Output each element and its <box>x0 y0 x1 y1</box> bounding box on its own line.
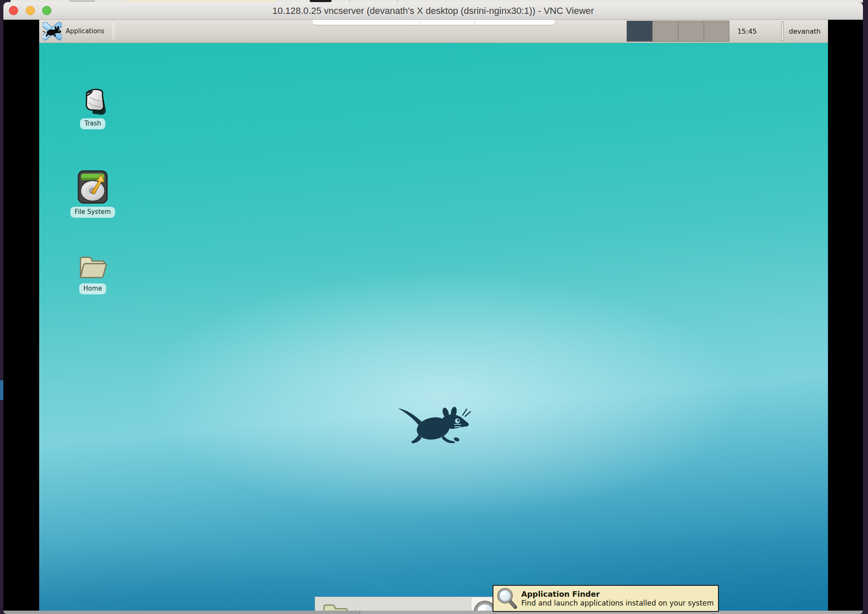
desktop-icon-home[interactable]: Home <box>59 254 126 294</box>
background-fragment <box>70 0 95 2</box>
tooltip-title: Application Finder <box>521 590 714 599</box>
background-window-edge <box>0 380 3 400</box>
desktop-icon-trash[interactable]: Trash <box>59 87 126 129</box>
xfce-mouse-logo <box>396 403 473 444</box>
panel-separator-dots <box>112 23 115 40</box>
desktop-icon-label: Trash <box>80 118 105 129</box>
tooltip-magnifier-icon <box>493 587 521 610</box>
application-finder-tooltip: Application Finder Find and launch appli… <box>493 585 719 612</box>
trash-icon <box>79 87 107 116</box>
window-titlebar[interactable]: 10.128.0.25 vncserver (devanath's X desk… <box>3 2 863 20</box>
toolbar-divider <box>474 20 475 24</box>
desktop-icon-label: File System <box>70 207 115 218</box>
tooltip-description: Find and launch applications installed o… <box>521 599 714 607</box>
remote-desktop: Trash <box>39 20 828 611</box>
window-title: 10.128.0.25 vncserver (devanath's X desk… <box>3 2 863 20</box>
workspace-4[interactable] <box>704 21 729 42</box>
xfce-logo-icon <box>43 22 62 40</box>
workspace-2[interactable] <box>652 21 678 42</box>
panel-clock: 15:45 <box>735 20 759 43</box>
vnc-viewer-window: 10.128.0.25 vncserver (devanath's X desk… <box>3 2 863 614</box>
workspace-1[interactable] <box>627 21 652 42</box>
window-bottom-edge <box>3 611 863 614</box>
panel-handle[interactable] <box>781 21 784 41</box>
workspace-3[interactable] <box>678 21 704 42</box>
desktop-wallpaper[interactable]: Trash <box>39 43 828 611</box>
applications-menu-button[interactable]: Applications <box>41 21 109 42</box>
desktop-icon-label: Home <box>79 283 106 294</box>
desktop-icon-file-system[interactable]: File System <box>59 169 126 218</box>
hard-disk-icon <box>76 169 109 205</box>
dock-separator <box>356 601 357 611</box>
applications-menu-label: Applications <box>66 27 104 35</box>
workspace-switcher <box>627 21 729 42</box>
toolbar-divider <box>420 20 420 24</box>
dock-file-manager-button[interactable] <box>315 597 356 611</box>
file-manager-icon <box>320 602 352 611</box>
tooltip-text: Application Finder Find and launch appli… <box>521 590 714 608</box>
window-bottom-edge-segment <box>3 611 360 614</box>
home-folder-icon <box>77 254 109 281</box>
panel-username: devanath <box>789 20 828 43</box>
vnc-collapsed-toolbar[interactable] <box>313 20 555 25</box>
